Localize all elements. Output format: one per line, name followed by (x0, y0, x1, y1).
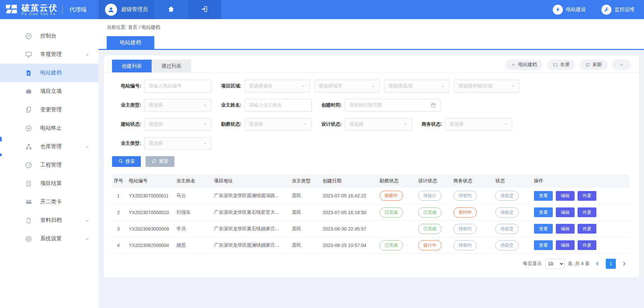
owner-type-label: 业主类型: (112, 102, 144, 108)
cell-no: 2 (112, 204, 125, 221)
cell-code: YX2023062500004 (125, 237, 172, 253)
status-badge: 待设计 (418, 191, 441, 201)
header-link-monitor-ops[interactable]: 监控运维 (601, 5, 635, 15)
status-badge: 待提交 (495, 191, 519, 201)
void-button[interactable]: 作废 (578, 240, 596, 250)
sidebar-item-warehouse-mgmt[interactable]: 仓库管理 (0, 137, 99, 156)
reset-icon (152, 159, 157, 165)
view-button[interactable]: 查看 (534, 207, 553, 217)
status-badge: 已完成 (380, 207, 403, 218)
logo: 破茧云伏 Po Jian Yun Fu 代理端 (0, 0, 99, 19)
void-button[interactable]: 作废 (578, 191, 596, 201)
sidebar-item-station-termination[interactable]: 电站终止 (0, 119, 99, 137)
stations-table: 序号电站编号业主姓名项目地址业主类型创建日期勘察状态设计状态商务状态状态操作 1… (112, 174, 629, 254)
header-link-station-build[interactable]: 电站建设 (553, 5, 586, 15)
station-code-input[interactable]: 请输入电站编号 (144, 80, 211, 93)
fullscreen-button[interactable]: 全屏 (547, 59, 575, 70)
edit-button[interactable]: 编辑 (556, 191, 575, 201)
province-select[interactable]: 请选择省份 (245, 80, 310, 93)
void-button[interactable]: 作废 (578, 224, 596, 234)
topbar: 当前位置: 首页 / 电站建档 电站建档 (99, 19, 644, 50)
design-status-select[interactable]: 请选择 (345, 118, 412, 131)
view-button[interactable]: 查看 (534, 240, 553, 250)
cell-created: 2023-07-05 16:18:50 (319, 204, 376, 221)
page-number-1[interactable]: 1 (606, 259, 616, 269)
calculator-icon (24, 180, 33, 187)
sidebar: 控制台常规管理电站建档项目立项变更管理电站终止仓库管理工程管理项目结算开二类卡资… (0, 19, 99, 308)
caret-down-icon (203, 103, 207, 107)
user-menu[interactable]: 超级管理员 (99, 0, 154, 19)
breadcrumb-path[interactable]: 首页 / 电站建档 (128, 24, 160, 30)
cell-owner: 姚思 (172, 237, 210, 253)
owner-type-select[interactable]: 请选择 (144, 99, 211, 112)
edit-button[interactable]: 编辑 (556, 240, 575, 250)
app-header: 破茧云伏 Po Jian Yun Fu 代理端 超级管理员 电站建设监控运维 (0, 0, 644, 19)
survey-status-select[interactable]: 请选择 (245, 118, 312, 131)
cell-no: 1 (112, 188, 125, 204)
refresh-button[interactable]: 刷新 (580, 59, 608, 70)
build-status-select[interactable]: 请选择 (144, 118, 211, 131)
home-button[interactable] (154, 0, 188, 19)
total-count: 条, 共 4 条 (568, 261, 590, 267)
caret-down-icon (303, 122, 307, 126)
cell-address: 广东深圳龙华区观澜镇姚家庄... (210, 237, 288, 253)
card-icon (24, 198, 33, 205)
edit-button[interactable]: 编辑 (556, 207, 575, 217)
logout-button[interactable] (188, 0, 221, 19)
collapse-button[interactable] (612, 59, 631, 70)
owner-type-2-select[interactable]: 请选择 (144, 137, 211, 150)
table-row: 4YX2023062500004姚思广东深圳龙华区观澜镇姚家庄...居民2023… (112, 237, 629, 253)
view-button[interactable]: 查看 (534, 224, 553, 234)
caret-down-icon (371, 84, 375, 88)
edit-button[interactable]: 编辑 (556, 224, 575, 234)
sidebar-scrollbar[interactable] (0, 137, 2, 141)
caret-down-icon (203, 141, 207, 145)
status-badge: 已完成 (418, 207, 441, 218)
column-header: 商务状态 (449, 174, 491, 188)
sidebar-item-second-card[interactable]: 开二类卡 (0, 193, 99, 211)
cell-type: 居民 (288, 237, 319, 253)
dashboard-icon (24, 33, 33, 40)
cell-no: 4 (112, 237, 125, 253)
page-tab-station-archive[interactable]: 电站建档 (107, 36, 154, 49)
stop-circle-icon (24, 125, 33, 132)
sidebar-item-change-mgmt[interactable]: 变更管理 (0, 101, 99, 119)
sidebar-item-engineering-mgmt[interactable]: 工程管理 (0, 156, 99, 174)
sidebar-scrollbar[interactable] (0, 153, 2, 156)
city-select[interactable]: 请选择城市 (314, 80, 380, 93)
fullscreen-icon (553, 62, 558, 67)
per-page-select[interactable]: 10 (545, 259, 565, 269)
sidebar-item-project-initiation[interactable]: 项目立项 (0, 82, 99, 101)
town-select[interactable]: 请选择村镇/街道 (454, 80, 519, 93)
briefcase-icon (24, 88, 33, 95)
search-button[interactable]: 搜索 (112, 156, 141, 167)
cell-address: 广东深圳龙华区黄石镇星官大... (210, 204, 288, 221)
sidebar-item-data-archive[interactable]: 资料归档 (0, 211, 99, 230)
reset-button[interactable]: 重置 (146, 156, 174, 167)
caret-down-icon (504, 122, 508, 126)
column-header: 状态 (491, 174, 530, 188)
sidebar-item-station-archive[interactable]: 电站建档 (0, 64, 99, 82)
district-select[interactable]: 请选择县/区 (384, 80, 449, 93)
tab-pass-list[interactable]: 通过列表 (152, 60, 191, 72)
column-header: 项目地址 (210, 174, 288, 188)
void-button[interactable]: 作废 (578, 207, 596, 217)
next-page-button[interactable] (620, 261, 629, 267)
tab-create-list[interactable]: 创建列表 (112, 60, 152, 72)
sidebar-item-system-settings[interactable]: 系统设置 (0, 230, 99, 248)
view-button[interactable]: 查看 (534, 191, 553, 201)
status-badge: 待提交 (495, 240, 519, 250)
avatar (105, 4, 117, 16)
sidebar-item-general-mgmt[interactable]: 常规管理 (0, 45, 99, 64)
sidebar-item-project-settlement[interactable]: 项目结算 (0, 174, 99, 193)
cell-design-status: 已完成 (414, 221, 449, 237)
owner-name-input[interactable]: 请输入业主姓名 (245, 99, 312, 112)
create-station-button[interactable]: 电站建档 (505, 59, 543, 70)
caret-down-icon (302, 84, 306, 88)
copy-icon (24, 106, 33, 113)
business-status-select[interactable]: 请选择 (445, 118, 512, 131)
cell-survey-status: 勘察中 (376, 188, 414, 204)
prev-page-button[interactable] (593, 261, 602, 267)
sidebar-item-console[interactable]: 控制台 (0, 27, 99, 45)
created-range-date-input[interactable]: 请选择日期范围 (345, 99, 440, 112)
